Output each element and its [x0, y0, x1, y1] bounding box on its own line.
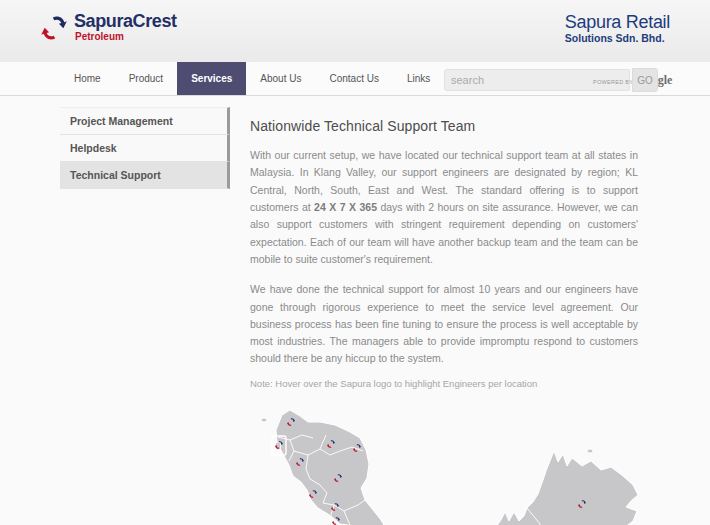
- sidebar: Project Management Helpdesk Technical Su…: [60, 107, 230, 525]
- main-article: Nationwide Technical Support Team With o…: [250, 118, 638, 525]
- map-island-ne-sabah: [587, 449, 593, 453]
- nav-item-product[interactable]: Product: [115, 62, 177, 95]
- search-widget: POWERED BY Google GO: [444, 68, 658, 92]
- hover-note: Note: Hover over the Sapura logo to high…: [250, 378, 638, 389]
- brand-name: SapuraCrest: [74, 12, 177, 30]
- paragraph-1: With our current setup, we have located …: [250, 147, 638, 268]
- brand-right-subtitle: Solutions Sdn. Bhd.: [565, 32, 670, 44]
- map-island-langkawi: [261, 418, 267, 422]
- header: SapuraCrest Petroleum Sapura Retail Solu…: [0, 0, 710, 62]
- malaysia-map: [230, 409, 710, 525]
- map-borneo: [356, 451, 660, 525]
- search-box: POWERED BY Google: [444, 69, 630, 91]
- sidebar-item-technical-support[interactable]: Technical Support: [60, 162, 230, 189]
- page-title: Nationwide Technical Support Team: [250, 118, 638, 134]
- brand-right-name: Sapura Retail: [565, 13, 670, 31]
- content: Project Management Helpdesk Technical Su…: [0, 96, 710, 525]
- nav-item-home[interactable]: Home: [60, 62, 115, 95]
- nav-item-links[interactable]: Links: [393, 62, 444, 95]
- brand-sapura-retail: Sapura Retail Solutions Sdn. Bhd.: [565, 13, 670, 44]
- sidebar-item-project-management[interactable]: Project Management: [60, 107, 230, 135]
- nav-item-services[interactable]: Services: [177, 62, 246, 95]
- powered-by-label: POWERED BY: [593, 79, 633, 85]
- nav-item-contact-us[interactable]: Contact Us: [315, 62, 392, 95]
- search-go-button[interactable]: GO: [632, 68, 658, 92]
- brand-subtitle: Petroleum: [75, 31, 177, 42]
- search-input[interactable]: [451, 74, 593, 86]
- paragraph-1-bold: 24 X 7 X 365: [314, 201, 377, 213]
- nav-item-about-us[interactable]: About Us: [246, 62, 315, 95]
- brand-sapuracrest[interactable]: SapuraCrest Petroleum: [40, 12, 177, 42]
- main-nav: Home Product Services About Us Contact U…: [0, 62, 710, 96]
- sapura-logo-icon: [40, 14, 68, 42]
- sidebar-item-helpdesk[interactable]: Helpdesk: [60, 135, 230, 162]
- page: SapuraCrest Petroleum Sapura Retail Solu…: [0, 0, 710, 525]
- paragraph-2: We have done the technical support for a…: [250, 281, 638, 368]
